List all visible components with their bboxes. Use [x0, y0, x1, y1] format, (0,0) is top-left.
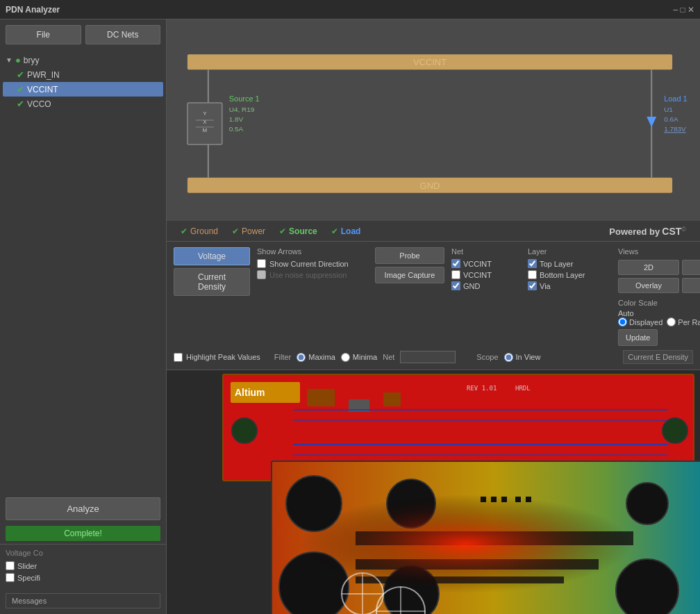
probe-section: Probe Image Capture — [375, 247, 444, 283]
load-check-icon: ✔ — [331, 226, 338, 236]
schematic-area: VCCINT GND Y X M Source 1 U4, R19 1.8V 0… — [167, 19, 700, 221]
scope-section: Scope In View — [476, 353, 540, 362]
complete-status: Complete! — [6, 526, 160, 541]
layer-via: Via — [528, 281, 611, 290]
layer-via-checkbox[interactable] — [528, 281, 537, 290]
filter-section: Filter Maxima Minima Net — [274, 351, 456, 363]
legend-load: ✔ Load — [331, 226, 361, 236]
layer-top-label: Top Layer — [540, 260, 573, 268]
schematic-svg: VCCINT GND Y X M Source 1 U4, R19 1.8V 0… — [167, 19, 700, 221]
svg-text:X: X — [203, 119, 207, 125]
displayed-radio-input[interactable] — [618, 317, 627, 326]
minima-radio[interactable]: Minima — [341, 353, 377, 362]
voltage-button[interactable]: Voltage — [174, 247, 250, 265]
update-button[interactable]: Update — [618, 329, 658, 346]
noise-suppression-label: Use noise suppression — [269, 271, 347, 279]
tree-item-vcco[interactable]: ✔ VCCO — [3, 97, 163, 111]
layer-bottom-checkbox[interactable] — [528, 270, 537, 279]
right-content: VCCINT GND Y X M Source 1 U4, R19 1.8V 0… — [167, 19, 700, 614]
tree-item-pwrin[interactable]: ✔ PWR_IN — [3, 67, 163, 82]
source-check-icon: ✔ — [279, 226, 286, 236]
svg-text:U1: U1 — [664, 106, 673, 113]
clear-button[interactable]: Clear — [682, 278, 700, 293]
legend-ground: ✔ Ground — [181, 226, 218, 236]
controls-row1: Voltage Current Density Show Arrows Show… — [174, 247, 693, 346]
pwrin-check-icon: ✔ — [17, 69, 24, 80]
view-mode-buttons: Voltage Current Density — [174, 247, 250, 296]
specifi-item[interactable]: Specifi — [6, 572, 160, 583]
load-label: Load — [341, 226, 361, 236]
svg-rect-24 — [307, 389, 335, 406]
minima-label: Minima — [353, 353, 377, 361]
highlight-row: Highlight Peak Values — [174, 353, 260, 362]
svg-text:Y: Y — [203, 110, 207, 117]
per-rail-radio[interactable]: Per Rail — [667, 317, 700, 326]
specifi-label: Specifi — [17, 574, 40, 582]
title-bar: PDN Analyzer – □ ✕ — [0, 0, 700, 19]
layer-bottom: Bottom Layer — [528, 270, 611, 279]
maxima-radio[interactable]: Maxima — [297, 353, 335, 362]
color-scale-title: Color Scale — [618, 299, 700, 307]
messages-area: Messages — [0, 588, 166, 614]
in-view-radio-input[interactable] — [504, 353, 513, 362]
highlight-peak-checkbox[interactable] — [174, 353, 183, 362]
specifi-checkbox[interactable] — [6, 573, 15, 582]
per-rail-radio-input[interactable] — [667, 317, 676, 326]
ground-label: Ground — [190, 226, 218, 236]
svg-rect-56 — [272, 462, 700, 614]
root-label: bryy — [24, 56, 40, 65]
gnd-bus-label: GND — [420, 181, 440, 191]
voltage-co-section: Voltage Co Slider Specifi — [0, 544, 166, 588]
net-vccint-1: VCCINT — [451, 259, 521, 268]
show-current-direction-label: Show Current Direction — [269, 260, 349, 268]
net-vccint2-checkbox[interactable] — [451, 270, 460, 279]
net-filter-input[interactable] — [400, 351, 456, 363]
controls-row2: Highlight Peak Values Filter Maxima Mini… — [174, 350, 693, 364]
maxima-radio-input[interactable] — [297, 353, 306, 362]
show-current-direction-checkbox[interactable] — [257, 259, 266, 268]
root-check-icon: ● — [15, 55, 21, 65]
probe-button[interactable]: Probe — [375, 247, 444, 264]
svg-point-23 — [662, 418, 688, 443]
per-rail-label: Per Rail — [678, 318, 700, 326]
file-button[interactable]: File — [6, 25, 81, 44]
tree-item-vccint[interactable]: ✔ VCCINT — [3, 82, 163, 97]
color-scale-row: Displayed Per Rail — [618, 317, 700, 326]
minima-radio-input[interactable] — [341, 353, 350, 362]
svg-text:0.5A: 0.5A — [229, 125, 244, 133]
window-controls[interactable]: – □ ✕ — [673, 5, 694, 15]
svg-marker-14 — [647, 117, 656, 127]
image-capture-button[interactable]: Image Capture — [375, 267, 444, 283]
current-e-density-label: Current E Density — [623, 350, 693, 364]
net-filter-label: Net — [383, 353, 394, 361]
vcco-label: VCCO — [27, 99, 51, 109]
legend-power: ✔ Power — [232, 226, 265, 236]
3d-button[interactable]: 3D — [682, 260, 700, 275]
dc-nets-button[interactable]: DC Nets — [85, 25, 161, 44]
in-view-label: In View — [516, 353, 541, 361]
ground-check-icon: ✔ — [181, 226, 188, 236]
slider-item[interactable]: Slider — [6, 560, 160, 572]
2d-button[interactable]: 2D — [618, 260, 679, 275]
layer-top-checkbox[interactable] — [528, 259, 537, 268]
current-density-button[interactable]: Current Density — [174, 268, 250, 296]
svg-text:REV 1.01: REV 1.01 — [467, 385, 497, 392]
vccint-label: VCCINT — [27, 85, 58, 94]
messages-tab[interactable]: Messages — [6, 593, 160, 608]
net-vccint1-checkbox[interactable] — [451, 259, 460, 268]
heatmap-svg — [272, 462, 700, 614]
views-row1: 2D 3D — [618, 260, 700, 275]
in-view-radio[interactable]: In View — [504, 353, 541, 362]
analyze-button[interactable]: Analyze — [6, 497, 160, 520]
slider-checkbox[interactable] — [6, 561, 15, 570]
voltage-co-label: Voltage Co — [6, 549, 160, 557]
tree-root-bryy[interactable]: ▼ ● bryy — [3, 53, 163, 67]
noise-suppression-checkbox[interactable] — [257, 270, 266, 279]
displayed-radio[interactable]: Displayed — [618, 317, 662, 326]
svg-text:HRDL: HRDL — [515, 385, 531, 392]
pwrin-label: PWR_IN — [27, 70, 60, 80]
net-gnd-checkbox[interactable] — [451, 281, 460, 290]
controls-panel: Voltage Current Density Show Arrows Show… — [167, 242, 700, 370]
svg-text:Source 1: Source 1 — [229, 94, 260, 103]
overlay-button[interactable]: Overlay — [618, 278, 679, 293]
